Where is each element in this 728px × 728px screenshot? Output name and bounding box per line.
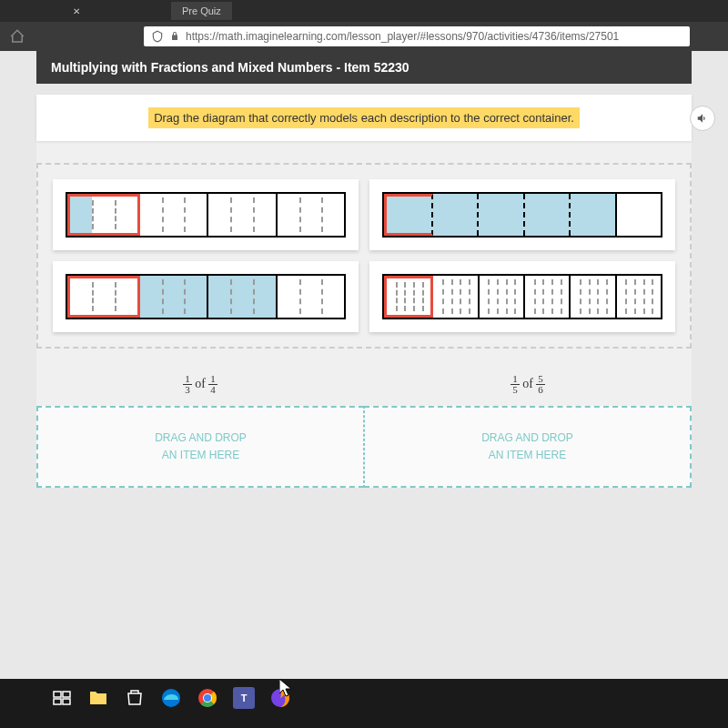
instruction-bar: Drag the diagram that correctly models e… bbox=[36, 95, 692, 141]
shield-icon bbox=[151, 30, 164, 43]
svg-rect-1 bbox=[63, 692, 70, 697]
diagram-1[interactable] bbox=[53, 179, 359, 250]
cursor-icon bbox=[279, 679, 294, 699]
drop-zones: 13 of 14 DRAG AND DROP AN ITEM HERE 15 o… bbox=[36, 363, 692, 488]
home-icon[interactable] bbox=[9, 28, 25, 45]
drop-zone-2: 15 of 56 DRAG AND DROP AN ITEM HERE bbox=[364, 363, 692, 488]
drop-area-2[interactable]: DRAG AND DROP AN ITEM HERE bbox=[364, 406, 692, 488]
lock-icon bbox=[169, 31, 180, 42]
drop-zone-1: 13 of 14 DRAG AND DROP AN ITEM HERE bbox=[36, 363, 364, 488]
diagram-4[interactable] bbox=[369, 261, 675, 332]
lesson-title: Multiplying with Fractions and Mixed Num… bbox=[36, 51, 692, 84]
svg-rect-0 bbox=[54, 692, 61, 697]
drop-label-2: 15 of 56 bbox=[364, 363, 692, 406]
page-viewport: Multiplying with Fractions and Mixed Num… bbox=[0, 51, 728, 679]
svg-point-9 bbox=[204, 694, 211, 702]
drop-label-1: 13 of 14 bbox=[36, 363, 364, 406]
task-view-icon[interactable] bbox=[47, 683, 76, 713]
url-text: https://math.imaginelearning.com/lesson_… bbox=[186, 30, 619, 43]
close-icon[interactable]: ✕ bbox=[73, 6, 80, 16]
svg-rect-2 bbox=[54, 699, 61, 704]
edge-icon[interactable] bbox=[157, 683, 186, 713]
chrome-icon[interactable] bbox=[193, 683, 222, 713]
store-icon[interactable] bbox=[120, 683, 149, 713]
diagram-2[interactable] bbox=[369, 179, 675, 250]
taskbar: T bbox=[0, 679, 728, 717]
teams-icon[interactable]: T bbox=[229, 683, 258, 713]
url-bar[interactable]: https://math.imaginelearning.com/lesson_… bbox=[144, 26, 690, 46]
browser-toolbar: https://math.imaginelearning.com/lesson_… bbox=[0, 22, 728, 51]
drop-area-1[interactable]: DRAG AND DROP AN ITEM HERE bbox=[36, 406, 364, 488]
browser-tab[interactable]: Pre Quiz bbox=[171, 2, 232, 20]
browser-tab-bar: ✕ Pre Quiz bbox=[0, 0, 728, 22]
diagram-3[interactable] bbox=[53, 261, 359, 332]
instruction-text: Drag the diagram that correctly models e… bbox=[148, 107, 580, 128]
svg-rect-3 bbox=[63, 699, 70, 704]
tab-title: Pre Quiz bbox=[182, 5, 221, 16]
diagrams-container bbox=[36, 163, 692, 349]
file-explorer-icon[interactable] bbox=[84, 683, 113, 713]
speaker-button[interactable] bbox=[690, 106, 715, 131]
